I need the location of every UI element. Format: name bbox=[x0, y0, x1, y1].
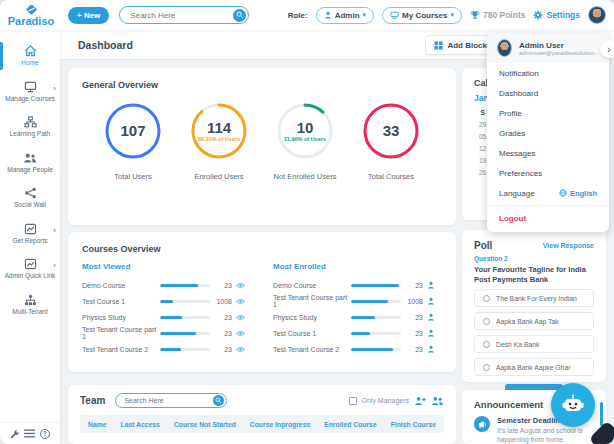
general-overview-card: General Overview 107 Total Users 11488.1… bbox=[68, 68, 456, 225]
column-header[interactable]: Finish Course bbox=[391, 421, 436, 428]
stat-label: Enrolled Users bbox=[194, 172, 243, 181]
eye-icon[interactable] bbox=[236, 346, 245, 353]
course-row[interactable]: Test Tenant Course 223 bbox=[273, 341, 442, 357]
add-block-button[interactable]: Add Block bbox=[425, 35, 496, 55]
column-header[interactable]: Course Not Started bbox=[174, 421, 236, 428]
course-row[interactable]: Physics Study23 bbox=[273, 309, 442, 325]
avatar[interactable] bbox=[588, 6, 606, 24]
menu-item-dashboard[interactable]: Dashboard bbox=[487, 83, 609, 103]
poll-option[interactable]: Aapka Bank Aap Tak bbox=[474, 312, 594, 330]
menu-icon[interactable] bbox=[24, 429, 35, 438]
eye-icon[interactable] bbox=[236, 314, 245, 321]
logo[interactable]: Paradiso bbox=[0, 0, 62, 30]
only-managers-checkbox[interactable] bbox=[349, 397, 357, 405]
sidebar-item-learning-path[interactable]: Learning Path bbox=[0, 109, 60, 145]
course-name: Test Course 1 bbox=[273, 330, 351, 337]
radio-icon[interactable] bbox=[483, 295, 490, 302]
radio-icon[interactable] bbox=[483, 341, 490, 348]
add-user-icon[interactable] bbox=[414, 396, 426, 406]
stat-value: 33 bbox=[383, 123, 400, 138]
multi-tenant-icon bbox=[24, 294, 37, 306]
course-row[interactable]: Test Tenant Course 223 bbox=[82, 341, 251, 357]
course-row[interactable]: Demo Course23 bbox=[82, 277, 251, 293]
team-search[interactable] bbox=[115, 393, 227, 408]
paradiso-logo-icon bbox=[25, 5, 38, 16]
course-row[interactable]: Physics Study23 bbox=[82, 309, 251, 325]
user-name: Admin User bbox=[519, 41, 599, 50]
chevron-down-icon: ▾ bbox=[363, 11, 367, 19]
role-value: Admin bbox=[335, 11, 360, 20]
user-icon[interactable] bbox=[427, 345, 435, 353]
course-name: Demo Course bbox=[273, 282, 351, 289]
team-search-input[interactable] bbox=[124, 397, 213, 404]
add-block-label: Add Block bbox=[447, 41, 487, 50]
menu-item-logout[interactable]: Logout bbox=[487, 208, 609, 229]
radio-icon[interactable] bbox=[483, 364, 490, 371]
course-value: 23 bbox=[210, 346, 232, 353]
settings-button[interactable]: Settings bbox=[533, 10, 580, 20]
eye-icon[interactable] bbox=[236, 282, 245, 289]
column-header[interactable]: Course Inprogress bbox=[250, 421, 310, 428]
sidebar-item-get-reports[interactable]: › Get Reports bbox=[0, 216, 60, 252]
column-header[interactable]: Last Access bbox=[120, 421, 159, 428]
search-input[interactable] bbox=[130, 11, 233, 20]
wrench-icon[interactable] bbox=[10, 429, 20, 439]
course-name: Test Tenant Course part 1 bbox=[273, 294, 351, 308]
column-header[interactable]: Enrolled Course bbox=[324, 421, 377, 428]
expand-chevron-button[interactable]: › bbox=[600, 40, 614, 58]
logo-text: Paradiso bbox=[8, 16, 54, 26]
poll-card: Poll View Response Question 2 Your Favou… bbox=[462, 230, 606, 382]
eye-icon[interactable] bbox=[236, 298, 245, 305]
menu-item-grades[interactable]: Grades bbox=[487, 123, 609, 143]
sidebar-item-manage-people[interactable]: Manage People bbox=[0, 145, 60, 181]
user-dropdown-menu: Admin User adminuser@paradisosolution...… bbox=[487, 33, 609, 232]
course-bar bbox=[160, 316, 210, 319]
radio-icon[interactable] bbox=[483, 318, 490, 325]
scrollbar[interactable] bbox=[600, 402, 603, 426]
course-row[interactable]: Test Course 11008 bbox=[82, 293, 251, 309]
course-row[interactable]: Demo Course23 bbox=[273, 277, 442, 293]
column-header: Most Enrolled bbox=[273, 262, 442, 271]
role-dropdown[interactable]: Admin ▾ bbox=[316, 7, 374, 24]
avatar bbox=[497, 39, 512, 57]
poll-option[interactable]: The Bank For Every Indian bbox=[474, 289, 594, 307]
course-row[interactable]: Test Tenant Course part 11008 bbox=[273, 293, 442, 309]
menu-item-language[interactable]: Language English bbox=[487, 183, 609, 203]
user-icon[interactable] bbox=[427, 313, 435, 321]
user-icon[interactable] bbox=[427, 281, 435, 289]
section-title: General Overview bbox=[82, 80, 442, 90]
menu-item-profile[interactable]: Profile bbox=[487, 103, 609, 123]
sidebar-item-social-wall[interactable]: Social Wall bbox=[0, 180, 60, 216]
global-search[interactable] bbox=[119, 6, 249, 24]
sidebar-item-home[interactable]: Home bbox=[0, 38, 60, 74]
eye-icon[interactable] bbox=[236, 330, 245, 337]
user-icon[interactable] bbox=[427, 329, 435, 337]
column-header[interactable]: Name bbox=[88, 421, 107, 428]
poll-option-label: Aapka Bank Aap Tak bbox=[496, 318, 559, 325]
menu-item-messages[interactable]: Messages bbox=[487, 143, 609, 163]
chatbot-button[interactable] bbox=[551, 383, 595, 427]
course-bar bbox=[351, 316, 401, 319]
users-icon[interactable] bbox=[431, 396, 444, 406]
user-dropdown-header[interactable]: Admin User adminuser@paradisosolution... bbox=[487, 33, 609, 63]
user-icon[interactable] bbox=[427, 297, 435, 305]
view-response-link[interactable]: View Response bbox=[543, 242, 594, 249]
poll-option[interactable]: Aapka Bank Aapke Ghar bbox=[474, 358, 594, 376]
help-icon[interactable]: ? bbox=[40, 429, 50, 439]
course-row[interactable]: Test Course 123 bbox=[273, 325, 442, 341]
menu-item-notification[interactable]: Notification bbox=[487, 63, 609, 83]
search-icon[interactable] bbox=[233, 9, 246, 22]
search-icon[interactable] bbox=[213, 395, 224, 406]
poll-option[interactable]: Desh Ka Bank bbox=[474, 335, 594, 353]
poll-option-label: Desh Ka Bank bbox=[496, 341, 539, 348]
new-button[interactable]: + New bbox=[68, 7, 109, 24]
course-row[interactable]: Test Tenant Course part 123 bbox=[82, 325, 251, 341]
course-value: 1008 bbox=[210, 298, 232, 305]
sidebar-item-admin-quick-link[interactable]: › Admin Quick Link bbox=[0, 251, 60, 287]
sidebar-item-multi-tenant[interactable]: Multi-Tenant bbox=[0, 287, 60, 323]
menu-item-preferences[interactable]: Preferences bbox=[487, 163, 609, 183]
course-value: 23 bbox=[210, 282, 232, 289]
points-badge[interactable]: 780 Points bbox=[470, 10, 526, 20]
sidebar-item-manage-courses[interactable]: › Manage Courses bbox=[0, 74, 60, 110]
my-courses-dropdown[interactable]: My Courses ▾ bbox=[382, 7, 462, 24]
